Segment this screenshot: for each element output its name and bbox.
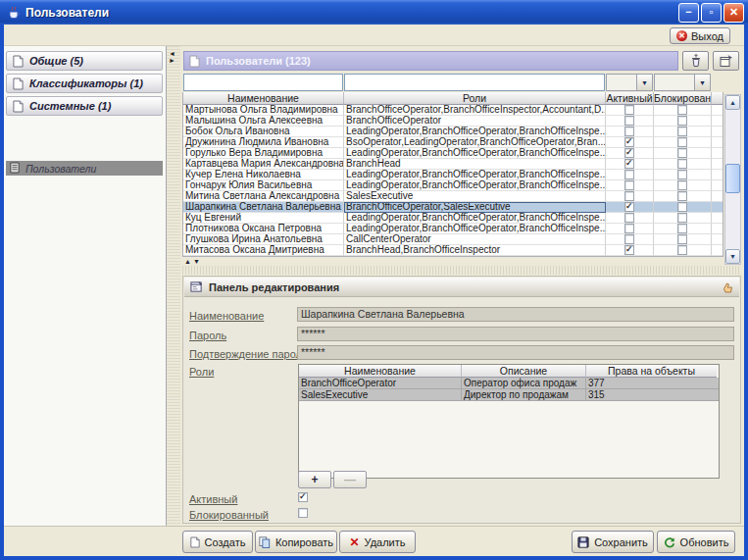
clear-filter-button[interactable] — [682, 51, 709, 71]
create-button[interactable]: Создать — [182, 531, 253, 553]
name-field-label[interactable]: Наименование — [189, 310, 264, 322]
chevron-down-icon[interactable]: ▼ — [694, 75, 710, 90]
blocked-checkbox[interactable] — [677, 234, 687, 244]
filter-blocked-combo[interactable]: ▼ — [654, 74, 711, 91]
active-checkbox[interactable] — [624, 137, 634, 147]
roles-column-name[interactable]: Наименование — [299, 365, 462, 378]
sidebar-group-system[interactable]: Системные (1) — [6, 96, 163, 116]
blocked-checkbox[interactable] — [677, 148, 687, 158]
roles-column-rights[interactable]: Права на объекты — [586, 365, 717, 378]
active-checkbox[interactable] — [624, 170, 634, 179]
active-checkbox[interactable] — [624, 213, 634, 223]
name-field[interactable]: Шарапкина Светлана Валерьевна — [297, 307, 734, 322]
sidebar-item-users[interactable]: Пользователи — [6, 161, 163, 176]
blocked-checkbox[interactable] — [677, 127, 687, 136]
active-checkbox-label[interactable]: Активный — [189, 493, 237, 505]
blocked-checkbox[interactable] — [677, 245, 687, 255]
table-row[interactable]: Плотникова Оксана ПетровнаLeadingOperato… — [183, 224, 723, 234]
active-edit-checkbox[interactable] — [298, 492, 308, 502]
table-row[interactable]: Малышина Ольга АлексеевнаBranchOfficeOpe… — [183, 116, 723, 127]
roles-field-label[interactable]: Роли — [189, 366, 214, 378]
remove-role-button[interactable]: — — [333, 471, 367, 488]
column-header-active[interactable]: Активный — [606, 92, 654, 105]
active-checkbox[interactable] — [624, 202, 634, 212]
role-row[interactable]: BranchOfficeOperatorОператор офиса прода… — [299, 378, 719, 389]
confirm-password-field-label[interactable]: Подтверждение пароля — [189, 348, 308, 360]
scroll-up-icon[interactable]: ▲ — [725, 95, 740, 110]
column-header-roles[interactable]: Роли — [344, 92, 606, 105]
table-row[interactable]: Митасова Оксана ДмитриевнаBranchHead,Bra… — [183, 245, 723, 256]
blocked-checkbox[interactable] — [677, 224, 687, 233]
user-roles-cell: BranchHead,BranchOfficeInspector — [344, 245, 606, 256]
blocked-checkbox[interactable] — [677, 105, 687, 115]
close-button[interactable]: ✕ — [723, 3, 744, 23]
minimize-button[interactable]: − — [678, 3, 699, 23]
copy-button[interactable]: Копировать — [255, 531, 337, 553]
table-row[interactable]: Бобок Ольга ИвановнаLeadingOperator,Bran… — [183, 127, 723, 137]
sidebar-group-common[interactable]: Общие (5) — [6, 51, 163, 71]
filter-roles-input[interactable] — [344, 74, 605, 91]
blocked-edit-checkbox[interactable] — [298, 508, 308, 518]
blocked-checkbox-label[interactable]: Блокированный — [189, 509, 269, 521]
active-checkbox[interactable] — [624, 127, 634, 136]
blocked-checkbox[interactable] — [677, 137, 687, 147]
blocked-checkbox[interactable] — [677, 202, 687, 212]
table-row[interactable]: Глушкова Ирина АнатольевнаCallCenterOper… — [183, 234, 723, 245]
active-checkbox[interactable] — [624, 180, 634, 190]
table-nav-arrows-icon[interactable]: ▲▼ — [184, 258, 202, 265]
blocked-checkbox[interactable] — [677, 159, 687, 169]
password-field[interactable]: ****** — [297, 327, 734, 341]
table-row[interactable]: Горулько Вера ВладимировнаLeadingOperato… — [183, 148, 723, 159]
column-header-blocked[interactable]: Блокирован.. — [654, 92, 712, 105]
filter-name-input[interactable] — [183, 74, 343, 91]
chevron-down-icon[interactable]: ▼ — [636, 75, 652, 90]
active-checkbox[interactable] — [624, 116, 634, 126]
maximize-button[interactable]: ▫ — [701, 3, 722, 23]
scrollbar-thumb[interactable] — [725, 164, 740, 193]
active-checkbox[interactable] — [624, 224, 634, 233]
blocked-checkbox[interactable] — [677, 116, 687, 126]
vertical-splitter[interactable]: ◄► — [167, 46, 180, 556]
table-row[interactable]: Митина Светлана АлександровнаSalesExecut… — [183, 191, 723, 202]
scroll-down-icon[interactable]: ▼ — [725, 249, 740, 264]
active-checkbox[interactable] — [624, 148, 634, 158]
filter-active-combo[interactable]: ▼ — [606, 74, 653, 91]
user-name-cell: Малышина Ольга Алексеевна — [183, 116, 344, 127]
exit-button[interactable]: ✕ Выход — [670, 27, 730, 44]
role-row[interactable]: SalesExecutiveДиректор по продажам315 — [299, 389, 719, 401]
table-scrollbar[interactable]: ▲ ▼ — [724, 94, 741, 265]
table-row[interactable]: Картавцева Мария АлександровнаBranchHead — [183, 159, 723, 170]
confirm-password-field[interactable]: ****** — [297, 345, 734, 360]
user-name-cell: Гончарук Юлия Васильевна — [183, 180, 344, 191]
active-checkbox[interactable] — [624, 191, 634, 201]
password-field-label[interactable]: Пароль — [189, 330, 226, 341]
toggle-edit-panel-button[interactable] — [713, 51, 739, 71]
table-row[interactable]: Гончарук Юлия ВасильевнаLeadingOperator,… — [183, 180, 723, 191]
table-row[interactable]: Куц ЕвгенийLeadingOperator,BranchOfficeO… — [183, 213, 723, 224]
sidebar-group-classifiers[interactable]: Классификаторы (1) — [6, 74, 163, 93]
user-roles-cell: BranchOfficeOperator,SalesExecutive — [344, 202, 606, 213]
user-blocked-cell — [654, 224, 712, 234]
active-checkbox[interactable] — [624, 245, 634, 255]
active-checkbox[interactable] — [624, 234, 634, 244]
titlebar[interactable]: Пользователи − ▫ ✕ — [0, 0, 748, 25]
add-role-button[interactable]: + — [298, 471, 331, 488]
table-row[interactable]: Шарапкина Светлана ВалерьевнаBranchOffic… — [183, 202, 723, 213]
column-header-name[interactable]: Наименование — [183, 92, 344, 105]
delete-button[interactable]: ✕ Удалить — [339, 531, 416, 553]
horizontal-splitter[interactable] — [182, 266, 741, 275]
active-checkbox[interactable] — [624, 159, 634, 169]
panel-pin-icon[interactable] — [722, 281, 733, 293]
blocked-checkbox[interactable] — [677, 213, 687, 223]
blocked-checkbox[interactable] — [677, 191, 687, 201]
table-row[interactable]: Мартынова Ольга ВладимировнаBranchOffice… — [183, 105, 723, 116]
table-row[interactable]: Кучер Елена НиколаевнаLeadingOperator,Br… — [183, 170, 723, 180]
splitter-arrows-icon[interactable]: ◄► — [169, 50, 175, 64]
refresh-button[interactable]: Обновить — [657, 531, 735, 553]
blocked-checkbox[interactable] — [677, 180, 687, 190]
blocked-checkbox[interactable] — [677, 170, 687, 179]
roles-column-description[interactable]: Описание — [462, 365, 586, 378]
active-checkbox[interactable] — [624, 105, 634, 115]
save-button[interactable]: Сохранить — [572, 531, 654, 553]
table-row[interactable]: Дружинина Людмила ИвановнаBsoOperator,Le… — [183, 137, 723, 148]
